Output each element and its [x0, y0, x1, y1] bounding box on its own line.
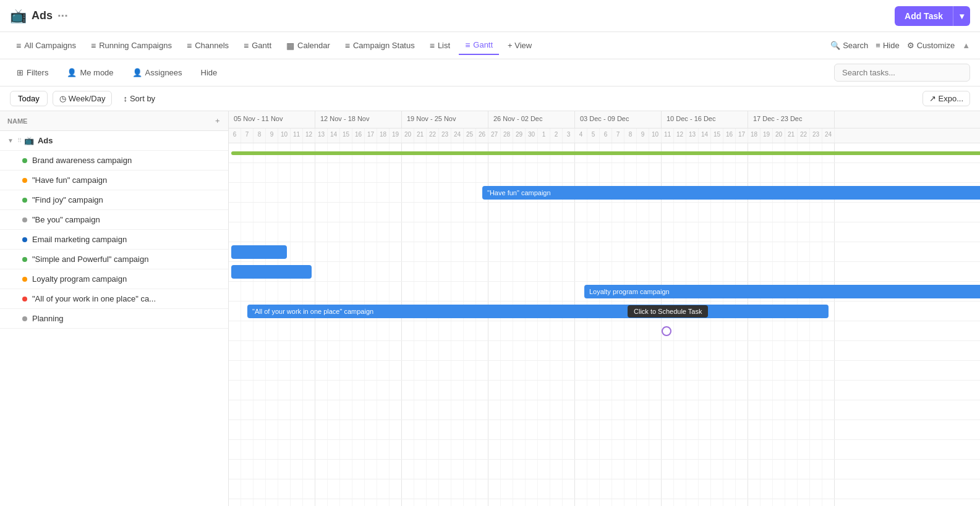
task-dot-8 [22, 316, 27, 321]
search-nav-button[interactable]: 🔍 Search [830, 41, 868, 50]
gantt-row-4[interactable] [229, 242, 980, 262]
search-box[interactable] [834, 64, 970, 82]
day-cell: 7 [241, 129, 254, 143]
day-cell: 6 [229, 129, 241, 143]
gantt-inner: 05 Nov - 11 Nov 12 Nov - 18 Nov 19 Nov -… [229, 111, 980, 506]
task-list-header: NAME ＋ [0, 111, 228, 131]
app-menu-dots[interactable]: ··· [58, 9, 68, 23]
gantt-bar-email[interactable] [231, 245, 287, 259]
day-cell: 30 [526, 129, 538, 143]
tab-campaign-status-icon: ≡ [345, 41, 350, 51]
nav-collapse-button[interactable]: ▲ [962, 41, 970, 50]
list-item[interactable]: "Have fun" campaign [0, 171, 228, 190]
hide-toolbar-button[interactable]: Hide [194, 64, 224, 81]
tab-calendar[interactable]: ▦ Calendar [280, 37, 336, 54]
day-cell: 23 [439, 129, 451, 143]
customize-nav-icon: ⚙ [907, 41, 914, 50]
tab-calendar-icon: ▦ [286, 41, 294, 51]
gantt-bar-loyalty[interactable]: Loyalty program campaign [584, 285, 980, 298]
tab-running-campaigns-label: Running Campaigns [99, 41, 172, 50]
gantt-row-empty-8[interactable] [229, 479, 980, 499]
gantt-row-empty-1[interactable] [229, 341, 980, 361]
gantt-rows: "Have fun" campaign [229, 143, 980, 506]
search-input[interactable] [834, 64, 970, 82]
search-nav-icon: 🔍 [830, 41, 840, 50]
tab-gantt-active[interactable]: ≡ Gantt [459, 36, 499, 55]
add-task-button[interactable]: Add Task ▾ [895, 6, 970, 26]
gantt-bar-all-work[interactable]: "All of your work in one place" campaign [247, 305, 829, 318]
gantt-row-empty-3[interactable] [229, 381, 980, 400]
tab-list[interactable]: ≡ List [424, 37, 456, 54]
schedule-tooltip[interactable]: Click to Schedule Task [628, 305, 708, 318]
add-view-button[interactable]: + View [501, 37, 538, 54]
day-cell: 13 [315, 129, 328, 143]
me-mode-button[interactable]: 👤 Me mode [60, 64, 120, 81]
gantt-row-empty-6[interactable] [229, 440, 980, 460]
filters-icon: ⊞ [17, 68, 23, 77]
day-cell: 9 [637, 129, 649, 143]
day-cell: 12 [303, 129, 315, 143]
tab-running-campaigns-icon: ≡ [91, 41, 96, 51]
gantt-row-7[interactable]: "All of your work in one place" campaign… [229, 301, 980, 321]
week-day-button[interactable]: ◷ Week/Day [53, 91, 113, 106]
list-item[interactable]: "Find joy" campaign [0, 190, 228, 210]
gantt-row-1[interactable]: "Have fun" campaign [229, 183, 980, 203]
day-cell: 15 [711, 129, 723, 143]
day-cell: 13 [686, 129, 699, 143]
schedule-tooltip-text: Click to Schedule Task [634, 308, 702, 315]
week-cell-5: 10 Dec - 16 Dec [662, 111, 748, 128]
add-column-button[interactable]: ＋ [214, 116, 221, 125]
day-cell: 10 [278, 129, 291, 143]
list-item[interactable]: Planning [0, 309, 228, 329]
gantt-row-8[interactable] [229, 321, 980, 341]
gantt-row-empty-4[interactable] [229, 400, 980, 420]
gantt-row-empty-9[interactable] [229, 499, 980, 506]
gantt-row-3[interactable] [229, 222, 980, 242]
gantt-row-2[interactable] [229, 203, 980, 222]
tab-gantt[interactable]: ≡ Gantt [237, 37, 278, 54]
filters-button[interactable]: ⊞ Filters [10, 64, 55, 81]
hide-nav-button[interactable]: ≡ Hide [876, 41, 899, 50]
list-item[interactable]: "Simple and Powerful" campaign [0, 250, 228, 269]
export-button[interactable]: ↗ Expo... [922, 91, 970, 106]
sort-by-button[interactable]: ↕ Sort by [117, 91, 161, 106]
gantt-week-headers: 05 Nov - 11 Nov 12 Nov - 18 Nov 19 Nov -… [229, 111, 980, 129]
assignees-icon: 👤 [132, 68, 142, 77]
day-cell: 21 [414, 129, 427, 143]
gantt-bar-have-fun[interactable]: "Have fun" campaign [482, 186, 980, 200]
tab-running-campaigns[interactable]: ≡ Running Campaigns [85, 37, 178, 54]
gantt-row-empty-5[interactable] [229, 420, 980, 440]
list-item[interactable]: Loyalty program campaign [0, 269, 228, 289]
group-app-icon: 📺 [24, 136, 34, 145]
gantt-row-0[interactable] [229, 163, 980, 183]
assignees-button[interactable]: 👤 Assignees [126, 64, 189, 81]
day-cell: 18 [377, 129, 390, 143]
add-task-label[interactable]: Add Task [895, 6, 953, 26]
gantt-bar-simple[interactable] [231, 265, 312, 279]
day-cell: 19 [390, 129, 402, 143]
task-dot-7 [22, 297, 27, 301]
me-mode-label: Me mode [80, 68, 113, 77]
hide-toolbar-label: Hide [201, 68, 218, 77]
gantt-row-6[interactable]: Loyalty program campaign [229, 282, 980, 301]
nav-tabs: ≡ All Campaigns ≡ Running Campaigns ≡ Ch… [0, 32, 980, 59]
customize-nav-button[interactable]: ⚙ Customize [907, 41, 955, 50]
add-task-arrow-icon[interactable]: ▾ [953, 6, 970, 26]
list-item[interactable]: "All of your work in one place" ca... [0, 289, 228, 309]
task-name-7: "All of your work in one place" ca... [32, 294, 156, 303]
gantt-row-empty-7[interactable] [229, 460, 980, 479]
task-dot-3 [22, 217, 27, 222]
day-cell: 21 [785, 129, 798, 143]
list-item[interactable]: Brand awareness campaign [0, 151, 228, 171]
tab-channels[interactable]: ≡ Channels [181, 37, 235, 54]
task-group-row[interactable]: ▼ ⠿ 📺 Ads [0, 131, 228, 151]
gantt-row-5[interactable] [229, 262, 980, 282]
list-item[interactable]: Email marketing campaign [0, 230, 228, 250]
day-cell: 10 [649, 129, 662, 143]
tab-all-campaigns[interactable]: ≡ All Campaigns [10, 37, 82, 54]
tab-campaign-status[interactable]: ≡ Campaign Status [339, 37, 421, 54]
list-item[interactable]: "Be you" campaign [0, 210, 228, 230]
name-column-header: NAME [7, 117, 27, 125]
gantt-row-empty-2[interactable] [229, 361, 980, 381]
today-button[interactable]: Today [10, 91, 48, 106]
